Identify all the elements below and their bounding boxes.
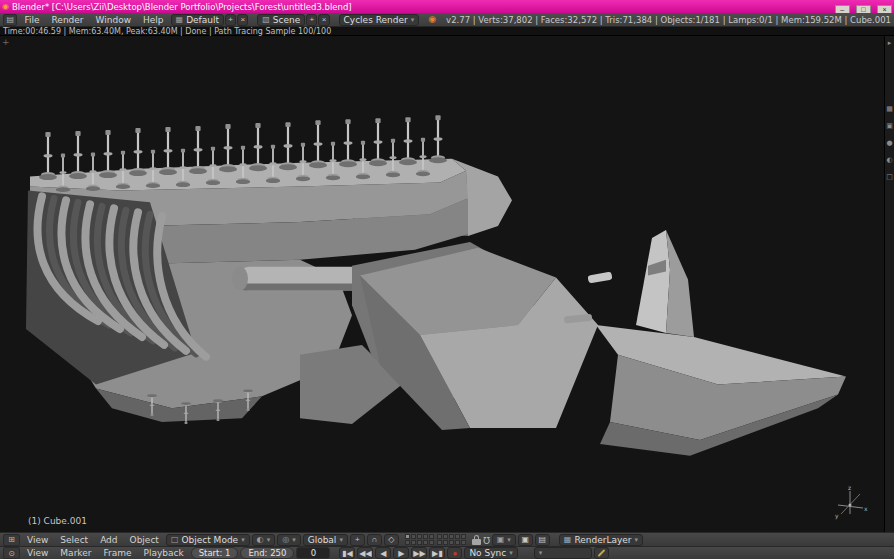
render-status-text: Time:00:46.59 | Mem:63.40M, Peak:63.40M … — [3, 27, 331, 36]
scale-manipulator-button[interactable]: ◇ — [384, 534, 399, 546]
pencil-icon — [597, 549, 605, 557]
layer-toggle[interactable] — [411, 540, 416, 545]
properties-tab-layers-icon[interactable]: ▣ — [886, 122, 893, 130]
info-header: ▤ File Render Window Help ▦ Default + × … — [0, 13, 894, 27]
remove-layout-button[interactable]: × — [237, 14, 248, 26]
viewport-shading-selector[interactable]: ◐ ▾ — [252, 534, 276, 546]
lock-layers-icon[interactable] — [472, 535, 481, 545]
layer-toggle[interactable] — [455, 534, 460, 539]
properties-tab-scene-icon[interactable]: ● — [886, 139, 892, 147]
layer-toggle[interactable] — [443, 534, 448, 539]
prev-keyframe-button[interactable]: ◀◀ — [357, 547, 373, 559]
menu-help[interactable]: Help — [138, 15, 169, 25]
screen-layout-selector[interactable]: ▦ Default — [171, 14, 224, 26]
layers-widget — [405, 534, 466, 545]
current-frame-field[interactable]: 0 — [296, 547, 330, 559]
mode-selector[interactable]: □ Object Mode ▾ — [166, 534, 250, 546]
menu-file[interactable]: File — [19, 15, 44, 25]
layer-toggle[interactable] — [417, 534, 422, 539]
render-layer-value: RenderLayer — [574, 535, 631, 545]
pivot-center-selector[interactable]: ◎ ▾ — [277, 534, 301, 546]
layer-toggle[interactable] — [461, 534, 466, 539]
opengl-render-still-button[interactable]: ▣ — [518, 534, 533, 546]
menu-playback[interactable]: Playback — [139, 548, 189, 558]
chevron-down-icon: ▾ — [267, 536, 271, 544]
scene-browse-icon: ▧ — [262, 16, 270, 24]
snap-magnet-icon[interactable]: Ω — [483, 535, 490, 545]
layer-toggle[interactable] — [449, 540, 454, 545]
viewport-3d[interactable]: + (1) Cube.001 x y z — [0, 36, 884, 532]
layer-toggle[interactable] — [423, 534, 428, 539]
properties-tab-world-icon[interactable]: ◐ — [886, 156, 892, 164]
layer-toggle[interactable] — [437, 534, 442, 539]
view3d-header: ⊞ View Select Add Object □ Object Mode ▾… — [0, 532, 894, 546]
layer-toggle[interactable] — [437, 540, 442, 545]
orientation-value: Global — [308, 535, 337, 545]
layer-toggle[interactable] — [449, 534, 454, 539]
menu-render[interactable]: Render — [47, 15, 89, 25]
chevron-down-icon: ▾ — [292, 536, 296, 544]
layer-toggle[interactable] — [443, 540, 448, 545]
play-button[interactable]: ▶ — [393, 547, 409, 559]
sync-mode-selector[interactable]: No Sync ▾ — [464, 547, 517, 559]
add-scene-button[interactable]: + — [306, 14, 317, 26]
expand-toolshelf-icon[interactable]: + — [2, 37, 10, 47]
jump-to-start-button[interactable]: ▮◀ — [339, 547, 355, 559]
layer-toggle[interactable] — [411, 534, 416, 539]
snap-element-selector[interactable]: ▣ ▾ — [492, 534, 516, 546]
add-layout-button[interactable]: + — [225, 14, 236, 26]
scene-statistics: v2.77 | Verts:37,802 | Faces:32,572 | Tr… — [446, 15, 891, 25]
editor-type-timeline-icon[interactable]: ⊙ — [3, 547, 20, 559]
menu-select[interactable]: Select — [55, 535, 93, 545]
pivot-icon: ◎ — [282, 536, 289, 544]
transform-orientation-selector[interactable]: Global ▾ — [303, 534, 348, 546]
translate-manipulator-button[interactable]: + — [350, 534, 365, 546]
render-engine-selector[interactable]: Cycles Render ▾ — [339, 14, 420, 26]
layout-browse-icon: ▦ — [176, 16, 184, 24]
editor-type-info-icon[interactable]: ▤ — [3, 14, 17, 26]
object-mode-icon: □ — [171, 536, 179, 544]
window-title: Blender* [C:\Users\Zii\Desktop\Blender P… — [12, 2, 831, 12]
scene-selector[interactable]: ▧ Scene — [257, 14, 305, 26]
remove-scene-button[interactable]: × — [318, 14, 329, 26]
layer-toggle[interactable] — [429, 540, 434, 545]
play-reverse-button[interactable]: ◀ — [375, 547, 391, 559]
titlebar: ◉ Blender* [C:\Users\Zii\Desktop\Blender… — [0, 0, 894, 13]
menu-view[interactable]: View — [22, 548, 53, 558]
chevron-down-icon: ▾ — [509, 549, 513, 557]
insert-keyframe-button[interactable] — [594, 547, 609, 559]
rotate-manipulator-button[interactable]: ∩ — [367, 534, 382, 546]
blender-logo-icon: ◉ — [2, 3, 9, 11]
blender-logo-icon: ◉ — [428, 15, 436, 24]
layer-toggle[interactable] — [455, 540, 460, 545]
frame-start-field[interactable]: Start: 1 — [191, 547, 239, 559]
record-button[interactable]: ● — [447, 547, 462, 559]
next-keyframe-button[interactable]: ▶▶ — [411, 547, 427, 559]
layer-toggle[interactable] — [417, 540, 422, 545]
editor-type-3dview-icon[interactable]: ⊞ — [3, 534, 20, 546]
expand-panel-icon[interactable]: ▸ — [888, 39, 892, 47]
render-layer-selector[interactable]: ▦ RenderLayer ▾ — [559, 534, 643, 546]
screen-layout-value: Default — [186, 15, 219, 25]
menu-marker[interactable]: Marker — [55, 548, 96, 558]
menu-window[interactable]: Window — [91, 15, 137, 25]
menu-view[interactable]: View — [22, 535, 53, 545]
layers-group-1 — [405, 534, 434, 545]
opengl-render-anim-button[interactable]: ▤ — [535, 534, 550, 546]
properties-tab-render-icon[interactable]: ▦ — [886, 105, 893, 113]
menu-object[interactable]: Object — [125, 535, 164, 545]
layer-toggle[interactable] — [461, 540, 466, 545]
keying-set-selector[interactable]: ▾ — [534, 547, 592, 559]
sync-value: No Sync — [469, 548, 506, 558]
properties-tab-object-icon[interactable]: □ — [886, 173, 893, 181]
layer-toggle[interactable] — [423, 540, 428, 545]
layer-toggle[interactable] — [405, 534, 410, 539]
layer-toggle[interactable] — [429, 534, 434, 539]
chevron-down-icon: ▾ — [339, 536, 343, 544]
frame-end-field[interactable]: End: 250 — [240, 547, 294, 559]
layer-toggle[interactable] — [405, 540, 410, 545]
menu-add[interactable]: Add — [95, 535, 122, 545]
snap-element-icon: ▣ — [497, 536, 505, 544]
jump-to-end-button[interactable]: ▶▮ — [429, 547, 445, 559]
menu-frame[interactable]: Frame — [98, 548, 136, 558]
